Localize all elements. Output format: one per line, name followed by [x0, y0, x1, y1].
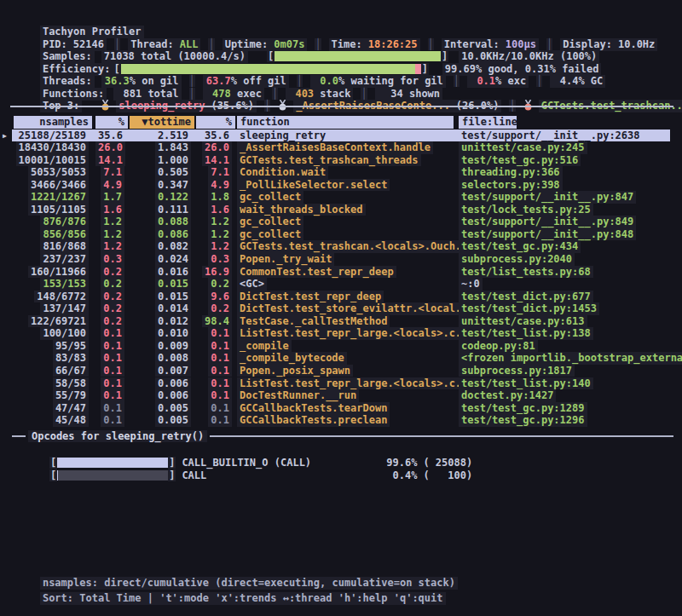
- total-pct-cell: 14.1: [196, 154, 232, 167]
- tottime-cell: 0.111: [130, 204, 191, 216]
- table-row[interactable]: 122/697210.20.01298.4TestCase._callTestM…: [0, 315, 682, 328]
- file-line-cell: subprocess.py:2040: [459, 253, 682, 266]
- nsamples-cell: 5053/5053: [14, 166, 89, 179]
- function-cell: gc_collect: [237, 191, 452, 204]
- total-pct-cell: 1.2: [196, 216, 232, 228]
- table-row[interactable]: 95/950.10.0090.1_compilecodeop.py:81: [0, 340, 682, 353]
- table-row[interactable]: 876/8761.20.0881.2gc_collecttest/support…: [0, 216, 682, 228]
- tottime-cell: 0.012: [130, 315, 191, 328]
- table-header: nsamples % ▼tottime % function file:line: [0, 116, 682, 129]
- direct-pct-cell: 1.7: [95, 191, 124, 204]
- column-header-file-line[interactable]: file:line: [459, 116, 517, 129]
- file-line-cell: test/test_list.py:140: [459, 377, 682, 390]
- file-line-cell: test/test_gc.py:516: [459, 154, 682, 167]
- tottime-cell: 0.505: [130, 166, 191, 179]
- direct-pct-cell: 0.1: [95, 352, 124, 365]
- tottime-cell: 0.082: [130, 240, 191, 253]
- total-pct-cell: 0.1: [196, 389, 232, 402]
- tottime-cell: 0.009: [130, 340, 191, 353]
- table-row[interactable]: 100/1000.10.0100.1ListTest.test_repr_lar…: [0, 327, 682, 340]
- table-row[interactable]: 5053/50537.10.5057.1Condition.waitthread…: [0, 166, 682, 179]
- direct-pct-cell: 0.1: [95, 402, 124, 415]
- nsamples-cell: 876/876: [14, 216, 89, 228]
- status-bar: PID:52146│Thread:ALL│Uptime:0m07s│Time:1…: [15, 26, 682, 38]
- column-header-function[interactable]: function: [237, 116, 454, 129]
- file-line-cell: test/test_gc.py:1289: [459, 402, 682, 415]
- opcode-bar: [57, 470, 168, 481]
- table-row[interactable]: 1105/11051.60.1111.6wait_threads_blocked…: [0, 204, 682, 216]
- function-cell: gc_collect: [237, 216, 452, 228]
- opcode-count: ( 100): [423, 469, 472, 481]
- table-row[interactable]: 83/830.10.0080.1_compile_bytecode<frozen…: [0, 352, 682, 365]
- tottime-cell: 0.016: [130, 266, 191, 279]
- table-row[interactable]: 66/670.10.0070.1Popen._posix_spawnsubpro…: [0, 365, 682, 377]
- opcodes-heading: Opcodes for sleeping_retry(): [28, 430, 207, 442]
- function-cell: DictTest.test_repr_deep: [237, 291, 452, 303]
- table-row[interactable]: 18430/1843026.01.84326.0_AssertRaisesBas…: [0, 141, 682, 154]
- opcode-row-2: []CALL0.4%( 100): [25, 457, 472, 469]
- function-cell: GCCallbackTests.tearDown: [237, 402, 452, 415]
- direct-pct-cell: 4.9: [95, 179, 124, 192]
- table-row[interactable]: 58/580.10.0060.1ListTest.test_repr_large…: [0, 377, 682, 390]
- function-cell: GCTests.test_trashcan.<locals>.Ouch...: [237, 240, 452, 253]
- table-row[interactable]: 856/8561.20.0861.2gc_collecttest/support…: [0, 228, 682, 241]
- tottime-cell: 0.024: [130, 253, 191, 266]
- selected-row-arrow: ▶: [3, 130, 7, 143]
- total-pct-cell: 1.2: [196, 228, 232, 241]
- file-line-cell: test/test_dict.py:677: [459, 291, 682, 303]
- tottime-cell: 0.008: [130, 352, 191, 365]
- tottime-cell: 0.015: [130, 278, 191, 291]
- total-pct-cell: 0.2: [196, 302, 232, 315]
- function-cell: _compile_bytecode: [237, 352, 452, 365]
- table-row[interactable]: 148/67720.20.0159.6DictTest.test_repr_de…: [0, 291, 682, 303]
- table-row[interactable]: 45/480.10.0050.1GCCallbackTests.preclean…: [0, 414, 682, 427]
- table-row[interactable]: 55/790.10.0060.1DocTestRunner.__rundocte…: [0, 389, 682, 402]
- tottime-cell: 0.347: [130, 179, 191, 192]
- total-pct-cell: 26.0: [196, 141, 232, 154]
- file-line-cell: test/support/__init__.py:847: [459, 191, 682, 204]
- table-row[interactable]: 153/1530.20.0150.2<GC>~:0: [0, 278, 682, 291]
- nsamples-cell: 160/11966: [14, 266, 89, 279]
- tottime-cell: 0.014: [130, 302, 191, 315]
- direct-pct-cell: 0.1: [95, 327, 124, 340]
- table-row-selected[interactable]: ▶25188/2518935.62.51935.6sleeping_retryt…: [0, 130, 682, 142]
- nsamples-cell: 1221/1267: [14, 191, 89, 204]
- nsamples-cell: 55/79: [14, 389, 89, 402]
- total-pct-cell: 9.6: [196, 291, 232, 303]
- file-line-cell: codeop.py:81: [459, 340, 682, 353]
- nsamples-cell: 10001/10015: [14, 154, 89, 167]
- nsamples-cell: 83/83: [14, 352, 89, 365]
- table-row[interactable]: 47/470.10.0050.1GCCallbackTests.tearDown…: [0, 402, 682, 415]
- nsamples-cell: 816/868: [14, 240, 89, 253]
- total-pct-cell: 4.9: [196, 179, 232, 192]
- column-header-nsamples[interactable]: nsamples: [14, 116, 92, 129]
- total-pct-cell: 16.9: [196, 266, 232, 279]
- total-pct-cell: 98.4: [196, 315, 232, 328]
- nsamples-cell: 3466/3466: [14, 179, 89, 192]
- table-row[interactable]: 137/1470.20.0140.2DictTest.test_store_ev…: [0, 302, 682, 315]
- column-header-tottime-sorted[interactable]: ▼tottime: [130, 116, 194, 129]
- opcode-row-1: []CALL_BUILTIN_O (CALL)99.6%( 25088): [25, 444, 472, 457]
- tottime-cell: 0.088: [130, 216, 191, 228]
- table-row[interactable]: 10001/1001514.11.00014.1GCTests.test_tra…: [0, 154, 682, 167]
- direct-pct-cell: 14.1: [95, 154, 124, 167]
- table-row[interactable]: 160/119660.20.01616.9CommonTest.test_rep…: [0, 266, 682, 279]
- column-header-total-pct[interactable]: %: [196, 116, 235, 129]
- nsamples-cell: 18430/18430: [14, 141, 89, 154]
- direct-pct-cell: 0.2: [95, 266, 124, 279]
- column-header-direct-pct[interactable]: %: [95, 116, 128, 129]
- table-row[interactable]: 816/8681.20.0821.2GCTests.test_trashcan.…: [0, 240, 682, 253]
- table-row[interactable]: 1221/12671.70.1221.8gc_collecttest/suppo…: [0, 191, 682, 204]
- file-line-cell: subprocess.py:1817: [459, 365, 682, 377]
- file-line-cell: selectors.py:398: [459, 179, 682, 192]
- tottime-cell: 0.015: [130, 291, 191, 303]
- file-line-cell: threading.py:366: [459, 166, 682, 179]
- function-cell: _compile: [237, 340, 452, 353]
- function-cell: _AssertRaisesBaseContext.handle: [237, 141, 452, 154]
- total-pct-cell: 1.2: [196, 240, 232, 253]
- nsamples-cell: 100/100: [14, 327, 89, 340]
- legend-line: nsamples: direct/cumulative (direct=exec…: [15, 564, 682, 577]
- table-row[interactable]: 3466/34664.90.3474.9_PollLikeSelector.se…: [0, 179, 682, 192]
- file-line-cell: unittest/case.py:245: [459, 141, 682, 154]
- table-row[interactable]: 237/2370.30.0240.3Popen._try_waitsubproc…: [0, 253, 682, 266]
